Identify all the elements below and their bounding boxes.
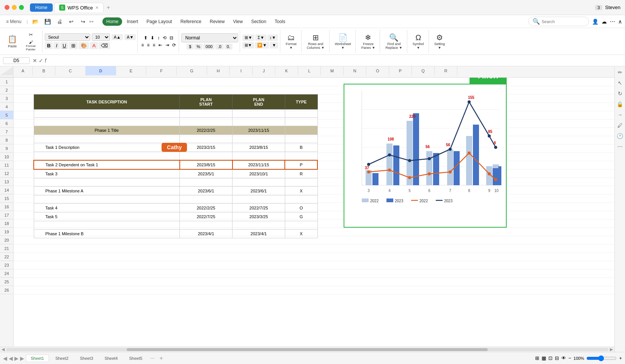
sheet-tab-4[interactable]: Sheet4 xyxy=(100,355,123,362)
search-input[interactable] xyxy=(542,19,587,24)
align-center[interactable]: ≡ xyxy=(146,42,151,48)
row-21[interactable]: 21 xyxy=(0,244,13,253)
decimal-increase[interactable]: .0 xyxy=(215,44,223,50)
confirm-formula-icon[interactable]: ✓ xyxy=(39,58,43,64)
col-header-K[interactable]: K xyxy=(275,66,298,75)
nav-section[interactable]: Section xyxy=(247,17,270,26)
align-left[interactable]: ≡ xyxy=(140,42,145,48)
close-button[interactable] xyxy=(5,5,9,10)
col-header-R[interactable]: R xyxy=(435,66,457,75)
table-view-icon[interactable]: ▦ xyxy=(542,355,546,361)
sheet-tab-3[interactable]: Sheet3 xyxy=(75,355,98,362)
open-file-icon[interactable]: 📂 xyxy=(30,18,41,25)
formula-input[interactable] xyxy=(49,57,622,64)
decimal-decrease[interactable]: 0. xyxy=(225,44,232,50)
freeze-panes-button[interactable]: ❄ FreezePanes ▼ xyxy=(358,31,378,51)
print-icon[interactable]: 🖨 xyxy=(54,18,65,25)
col-header-C[interactable]: C xyxy=(55,66,86,75)
row-11[interactable]: 11 xyxy=(0,161,13,169)
row-24[interactable]: 24 xyxy=(0,269,13,278)
indent-increase[interactable]: ⇥ xyxy=(164,42,170,48)
align-top[interactable]: ⬆ xyxy=(143,35,149,41)
row-10[interactable]: 10 xyxy=(0,153,13,161)
table-row[interactable] xyxy=(34,195,317,203)
worksheet-button[interactable]: 📄 Worksheet▼ xyxy=(332,31,354,51)
col-header-I[interactable]: I xyxy=(230,66,253,75)
nav-review[interactable]: Review xyxy=(206,17,228,26)
col-header-P[interactable]: P xyxy=(389,66,412,75)
font-name-select[interactable]: Seoul xyxy=(45,33,90,41)
row-16[interactable]: 16 xyxy=(0,203,13,211)
eye-icon[interactable]: 👁 xyxy=(561,355,566,361)
number-format-btn[interactable]: ⊞▼ xyxy=(242,42,254,48)
align-middle[interactable]: ⬇ xyxy=(149,35,155,41)
task-4-row[interactable]: Task 4 2022/2/25 2022/7/25 O xyxy=(34,203,317,212)
split-view-icon[interactable]: ⊡ xyxy=(548,355,553,361)
cancel-formula-icon[interactable]: ✕ xyxy=(33,58,37,64)
percent-button[interactable]: % xyxy=(194,44,203,50)
more-sheets-icon[interactable]: ⋯ xyxy=(149,356,156,361)
notification-badge[interactable]: 3 xyxy=(595,5,602,10)
wps-office-tab[interactable]: S WPS Office ✕ xyxy=(54,3,104,12)
border-button[interactable]: ⊞ xyxy=(69,42,78,49)
task-1-row[interactable]: Task 1 Description Cathy 2023/2/15 2023/… xyxy=(34,143,317,152)
cursor-sidebar-icon[interactable]: ↖ xyxy=(618,80,622,86)
nav-view[interactable]: View xyxy=(229,17,247,26)
symbol-button[interactable]: Ω Symbol▼ xyxy=(410,31,427,51)
row-9[interactable]: 9 xyxy=(0,144,13,153)
nav-tools[interactable]: Tools xyxy=(271,17,289,26)
cell-style-btn[interactable]: ⊞▼ xyxy=(242,34,254,41)
menu-button[interactable]: ≡ Menu xyxy=(3,17,24,26)
format-painter-button[interactable]: 🖌 FormatPainter xyxy=(21,39,41,52)
wrap-text[interactable]: ⟲ xyxy=(162,35,168,41)
undo-icon[interactable]: ↩ xyxy=(66,18,77,25)
scroll-sheets-back[interactable]: ◀ xyxy=(9,355,13,361)
format-button[interactable]: 🗂 Format▼ xyxy=(283,31,300,51)
col-header-J[interactable]: J xyxy=(253,66,275,75)
edit-sidebar-icon[interactable]: ✏ xyxy=(618,69,622,75)
phase-row[interactable]: Phase 1 Title 2022/2/25 2023/11/15 xyxy=(34,126,317,135)
sort-btn[interactable]: ↕▼ xyxy=(267,34,278,41)
row-14[interactable]: 14 xyxy=(0,186,13,194)
col-header-N[interactable]: N xyxy=(344,66,366,75)
sum-btn[interactable]: Σ▼ xyxy=(255,34,267,41)
table-row[interactable] xyxy=(34,221,317,229)
col-header-B[interactable]: B xyxy=(33,66,55,75)
more-sidebar-icon[interactable]: ⋯ xyxy=(617,144,623,150)
zoom-in-button[interactable]: + xyxy=(619,355,622,361)
merge-cells[interactable]: ⊟ xyxy=(168,35,174,41)
col-header-G[interactable]: G xyxy=(177,66,207,75)
home-tab-button[interactable]: Home xyxy=(30,3,53,12)
setting-button[interactable]: ⚙ Setting▼ xyxy=(431,31,448,51)
add-sheet-button[interactable]: + xyxy=(158,355,164,362)
table-row[interactable] xyxy=(34,109,317,118)
milestone-a-row[interactable]: Phase 1 Milestone A 2023/6/1 2023/6/1 X xyxy=(34,186,317,195)
fill-color-button[interactable]: 🎨 xyxy=(79,42,89,49)
share-icon[interactable]: 👤 xyxy=(592,19,598,25)
page-break-icon[interactable]: ⊟ xyxy=(555,355,559,361)
col-header-A[interactable]: A xyxy=(14,66,33,75)
thousands-button[interactable]: 000 xyxy=(203,44,215,50)
table-row[interactable] xyxy=(34,135,317,143)
row-13[interactable]: 13 xyxy=(0,178,13,186)
row-1[interactable]: 1 xyxy=(0,78,13,86)
row-5[interactable]: 5 xyxy=(0,111,13,119)
col-header-Q[interactable]: Q xyxy=(412,66,435,75)
underline-button[interactable]: U xyxy=(60,42,68,49)
font-size-decrease[interactable]: A▼ xyxy=(124,34,136,40)
font-color-button[interactable]: A xyxy=(90,42,98,49)
table-row[interactable] xyxy=(34,178,317,186)
arrow-sidebar-icon[interactable]: → xyxy=(617,112,623,118)
refresh-sidebar-icon[interactable]: ↻ xyxy=(618,91,622,97)
row-26[interactable]: 26 xyxy=(0,286,13,294)
italic-button[interactable]: I xyxy=(53,42,60,49)
maximize-button[interactable] xyxy=(19,5,24,10)
currency-button[interactable]: $ xyxy=(187,44,193,50)
row-18[interactable]: 18 xyxy=(0,219,13,228)
erase-button[interactable]: ⌫ xyxy=(99,42,110,49)
cut-button[interactable]: ✂ xyxy=(21,31,41,38)
add-tab-button[interactable]: + xyxy=(105,4,111,11)
more-icon[interactable]: ⋯ xyxy=(610,19,615,25)
row-25[interactable]: 25 xyxy=(0,278,13,286)
task-5-row[interactable]: Task 5 2022/7/25 2023/3/25 G xyxy=(34,212,317,221)
